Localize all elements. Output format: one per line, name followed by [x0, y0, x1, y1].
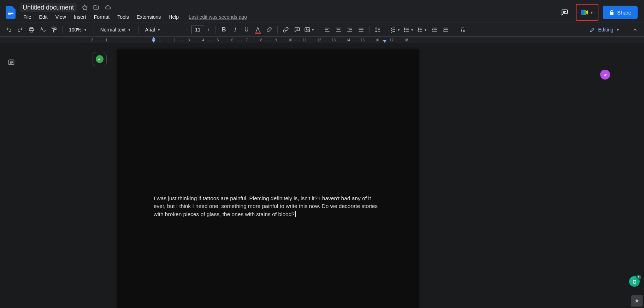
toolbar-right: Editing ▼ [585, 24, 640, 35]
docs-logo-icon[interactable] [4, 5, 18, 19]
redo-icon[interactable] [15, 24, 25, 35]
clear-formatting-icon[interactable] [457, 24, 468, 35]
collapse-toolbar-icon[interactable] [630, 24, 640, 35]
zoom-dropdown[interactable]: 100%▼ [65, 24, 91, 35]
separator [138, 26, 139, 34]
underline-button[interactable]: U [241, 24, 252, 35]
caret-down-icon: ▼ [128, 28, 131, 32]
line-spacing-icon[interactable] [372, 24, 383, 35]
caret-down-icon: ▼ [84, 28, 87, 32]
caret-down-icon: ▼ [397, 28, 401, 32]
separator [277, 26, 278, 34]
menu-bar: File Edit View Insert Format Tools Exten… [20, 12, 247, 22]
svg-point-11 [404, 28, 405, 28]
font-size-stepper: − + [183, 25, 213, 34]
font-size-input[interactable] [191, 25, 204, 34]
ruler-tick: 18 [399, 38, 413, 42]
comment-history-icon[interactable] [557, 5, 572, 19]
menu-format[interactable]: Format [90, 13, 113, 21]
pencil-icon [590, 27, 595, 33]
svg-point-12 [404, 29, 405, 30]
cloud-status-icon[interactable] [104, 4, 111, 11]
move-folder-icon[interactable] [93, 4, 99, 11]
caret-down-icon: ▼ [424, 28, 427, 32]
caret-down-icon: ▼ [410, 28, 414, 32]
grammar-check-badge[interactable]: ✓ [93, 52, 107, 66]
paragraph-style-dropdown[interactable]: Normal text▼ [97, 24, 136, 35]
menu-help[interactable]: Help [165, 13, 182, 21]
insert-image-icon[interactable]: ▼ [303, 24, 316, 35]
star-icon[interactable] [82, 4, 88, 11]
body-paragraph: I was just thinking if tattoos are painf… [154, 195, 378, 217]
caret-down-icon: ▼ [616, 28, 620, 32]
svg-rect-4 [581, 10, 584, 15]
share-label: Share [617, 10, 631, 16]
share-button[interactable]: Share [603, 6, 638, 19]
menu-extensions[interactable]: Extensions [133, 13, 164, 21]
separator [369, 26, 370, 34]
editing-mode-dropdown[interactable]: Editing ▼ [585, 24, 624, 35]
align-center-icon[interactable] [333, 24, 344, 35]
align-right-icon[interactable] [344, 24, 355, 35]
caret-down-icon: ▼ [590, 11, 593, 14]
menu-tools[interactable]: Tools [114, 13, 132, 21]
lock-icon [609, 10, 614, 15]
outline-toggle-icon[interactable] [6, 57, 17, 68]
svg-rect-8 [52, 27, 55, 29]
italic-button[interactable]: I [230, 24, 241, 35]
caret-down-icon: ▼ [311, 28, 315, 32]
separator [319, 26, 319, 34]
svg-rect-2 [8, 14, 11, 15]
decrease-indent-icon[interactable] [429, 24, 440, 35]
meet-button[interactable]: ▼ [577, 5, 597, 19]
document-body[interactable]: I was just thinking if tattoos are painf… [154, 194, 384, 218]
wordtune-badge-icon[interactable]: w [600, 70, 610, 80]
toolbar: 100%▼ Normal text▼ Arial▼ − + B I U A ▼ … [0, 23, 644, 37]
font-dropdown[interactable]: Arial▼ [142, 24, 177, 35]
decrease-font-size-button[interactable]: − [183, 25, 191, 34]
ruler-tick: 1 [99, 38, 114, 42]
menu-insert[interactable]: Insert [70, 13, 90, 21]
text-color-button[interactable]: A [253, 24, 263, 35]
caret-down-icon: ▼ [157, 28, 161, 32]
titlebar-right: ▼ Share [557, 4, 640, 21]
separator [62, 26, 63, 34]
paint-format-icon[interactable] [49, 24, 59, 35]
separator [215, 26, 216, 34]
insert-link-icon[interactable] [280, 24, 291, 35]
first-line-indent-marker[interactable] [152, 37, 155, 40]
numbered-list-icon[interactable]: ▼ [416, 24, 429, 35]
horizontal-ruler[interactable]: 2 1 1 2 3 4 5 6 7 8 9 10 11 12 13 14 15 … [0, 37, 644, 43]
grammarly-count: 1 [636, 275, 641, 280]
svg-point-10 [306, 29, 307, 30]
undo-icon[interactable] [4, 24, 14, 35]
menu-view[interactable]: View [52, 13, 70, 21]
menu-file[interactable]: File [20, 13, 35, 21]
svg-rect-1 [8, 13, 13, 14]
menu-edit[interactable]: Edit [36, 13, 51, 21]
align-left-icon[interactable] [322, 24, 332, 35]
increase-font-size-button[interactable]: + [204, 25, 213, 34]
separator [94, 26, 94, 34]
bulleted-list-icon[interactable]: ▼ [402, 24, 415, 35]
explore-button-icon[interactable] [631, 295, 643, 307]
grammarly-badge-icon[interactable]: G 1 [629, 276, 640, 287]
left-indent-marker[interactable] [152, 40, 155, 43]
checklist-icon[interactable]: ▼ [389, 24, 402, 35]
grammarly-letter: G [632, 279, 637, 285]
spellcheck-icon[interactable] [37, 24, 48, 35]
align-justify-icon[interactable] [356, 24, 366, 35]
increase-indent-icon[interactable] [441, 24, 451, 35]
document-title-input[interactable]: Untitled document [20, 3, 77, 12]
add-comment-icon[interactable] [292, 24, 302, 35]
svg-rect-9 [305, 28, 310, 32]
bold-button[interactable]: B [219, 24, 229, 35]
document-page[interactable]: I was just thinking if tattoos are painf… [117, 50, 419, 308]
right-indent-marker[interactable] [383, 40, 386, 43]
separator [386, 26, 386, 34]
highlight-color-button[interactable] [264, 24, 274, 35]
separator [180, 26, 180, 34]
text-cursor [295, 211, 296, 217]
print-icon[interactable] [26, 24, 37, 35]
last-edit-link[interactable]: Last edit was seconds ago [189, 14, 247, 20]
